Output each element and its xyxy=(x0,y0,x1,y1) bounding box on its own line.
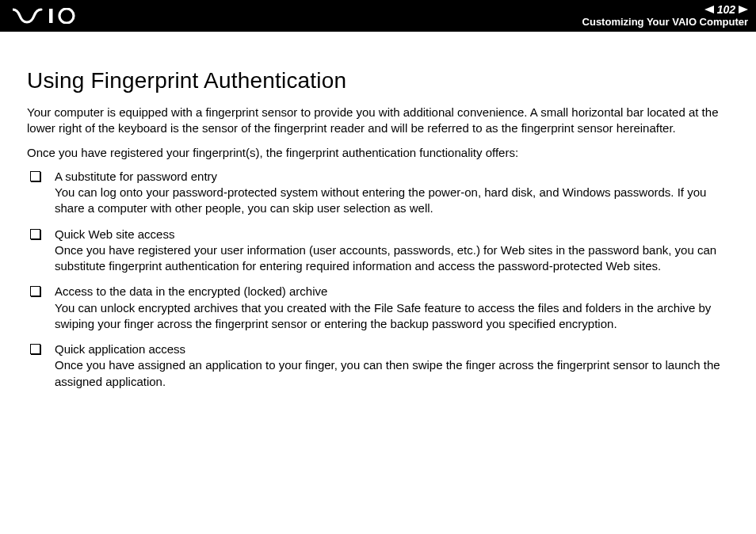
svg-point-1 xyxy=(59,9,74,23)
page-content: Using Fingerprint Authentication Your co… xyxy=(0,32,756,399)
page-title: Using Fingerprint Authentication xyxy=(27,68,729,93)
list-item-body: Quick Web site access Once you have regi… xyxy=(55,227,729,275)
page-nav: 102 Customizing Your VAIO Computer xyxy=(582,4,748,29)
list-item-body: A substitute for password entry You can … xyxy=(55,169,729,217)
list-item-desc: You can log onto your password-protected… xyxy=(55,185,729,217)
svg-rect-0 xyxy=(49,9,53,23)
list-item-body: Access to the data in the encrypted (loc… xyxy=(55,284,729,332)
page-number: 102 xyxy=(717,4,735,15)
list-item-desc: Once you have assigned an application to… xyxy=(55,357,729,390)
prev-page-arrow-icon[interactable] xyxy=(704,5,714,14)
list-item-title: A substitute for password entry xyxy=(55,169,729,185)
list-item-desc: Once you have registered your user infor… xyxy=(55,242,729,275)
list-item: Quick application access Once you have a… xyxy=(27,341,729,390)
svg-marker-2 xyxy=(704,6,714,13)
list-item: A substitute for password entry You can … xyxy=(27,169,729,217)
intro-paragraph-2: Once you have registered your fingerprin… xyxy=(27,145,729,161)
svg-marker-3 xyxy=(739,6,748,13)
page-nav-top: 102 xyxy=(704,4,748,15)
feature-list: A substitute for password entry You can … xyxy=(27,169,729,390)
bullet-icon xyxy=(30,344,40,354)
page-header: 102 Customizing Your VAIO Computer xyxy=(0,0,756,32)
vaio-logo-svg xyxy=(13,8,84,24)
bullet-icon xyxy=(30,171,40,181)
list-item: Quick Web site access Once you have regi… xyxy=(27,227,729,275)
manual-page: 102 Customizing Your VAIO Computer Using… xyxy=(0,0,756,534)
next-page-arrow-icon[interactable] xyxy=(739,5,748,14)
list-item-desc: You can unlock encrypted archives that y… xyxy=(55,300,729,333)
list-item-body: Quick application access Once you have a… xyxy=(55,341,729,390)
list-item-title: Access to the data in the encrypted (loc… xyxy=(55,284,729,299)
bullet-icon xyxy=(30,229,40,239)
intro-paragraph-1: Your computer is equipped with a fingerp… xyxy=(27,105,729,137)
list-item: Access to the data in the encrypted (loc… xyxy=(27,284,729,332)
breadcrumb[interactable]: Customizing Your VAIO Computer xyxy=(582,16,748,29)
list-item-title: Quick Web site access xyxy=(55,227,729,242)
list-item-title: Quick application access xyxy=(55,341,729,357)
vaio-logo xyxy=(13,8,84,24)
bullet-icon xyxy=(30,286,40,296)
